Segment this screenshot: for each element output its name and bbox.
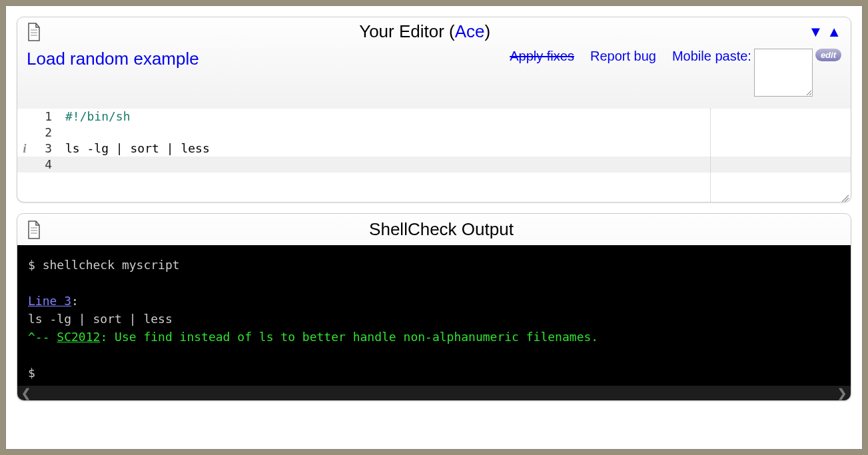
collapse-down-icon[interactable]: ▼ bbox=[808, 23, 823, 41]
line-number: 4 bbox=[32, 157, 63, 173]
code-line-empty[interactable] bbox=[17, 173, 851, 187]
triangle-controls: ▼ ▲ bbox=[808, 23, 841, 41]
resize-grip-icon[interactable] bbox=[840, 191, 849, 201]
load-example-link[interactable]: Load random example bbox=[27, 49, 199, 69]
code-text[interactable]: ls -lg | sort | less bbox=[64, 141, 851, 157]
gutter-info-icon[interactable]: i bbox=[17, 141, 32, 157]
code-line-empty[interactable] bbox=[17, 187, 851, 202]
gutter-info-icon bbox=[17, 157, 32, 173]
source-line: ls -lg | sort | less bbox=[28, 312, 173, 326]
editor-header: Your Editor (Ace) ▼ ▲ bbox=[17, 17, 851, 42]
mobile-paste: Mobile paste: edit bbox=[672, 49, 841, 97]
caret-prefix: ^-- bbox=[28, 330, 57, 344]
editor-panel: Your Editor (Ace) ▼ ▲ Load random exampl… bbox=[17, 17, 851, 203]
shell-command: $ shellcheck myscript bbox=[28, 258, 180, 272]
scroll-left-icon[interactable]: ❮ bbox=[21, 386, 31, 400]
apply-fixes-link[interactable]: Apply fixes bbox=[510, 49, 574, 64]
code-line[interactable]: 2 bbox=[17, 125, 851, 141]
line-number: 1 bbox=[32, 109, 63, 125]
code-text[interactable] bbox=[64, 157, 851, 173]
editor-subheader: Load random example Apply fixes Report b… bbox=[17, 42, 851, 109]
line-number: 3 bbox=[32, 141, 63, 157]
line-link[interactable]: Line 3 bbox=[28, 294, 71, 308]
ace-link[interactable]: Ace bbox=[455, 21, 485, 41]
code-text[interactable] bbox=[64, 125, 851, 141]
code-line[interactable]: i3ls -lg | sort | less bbox=[17, 141, 851, 157]
svg-line-5 bbox=[847, 201, 849, 202]
edit-button[interactable]: edit bbox=[815, 49, 841, 61]
mobile-paste-label: Mobile paste: bbox=[672, 49, 751, 64]
editor-title-suffix: ) bbox=[485, 21, 491, 41]
sc-code-link[interactable]: SC2012 bbox=[57, 330, 100, 344]
editor-title: Your Editor (Ace) bbox=[41, 21, 808, 42]
terminal-scrollbar[interactable]: ❮ ❯ bbox=[17, 386, 851, 400]
gutter-info-icon bbox=[17, 109, 32, 125]
output-header: ShellCheck Output bbox=[17, 214, 851, 245]
editor-title-prefix: Your Editor ( bbox=[359, 21, 455, 41]
code-text[interactable]: #!/bin/sh bbox=[64, 109, 851, 125]
page-wrapper: Your Editor (Ace) ▼ ▲ Load random exampl… bbox=[5, 5, 863, 450]
terminal-output: $ shellcheck myscript Line 3: ls -lg | s… bbox=[17, 245, 851, 386]
fold-guide bbox=[710, 109, 711, 202]
output-title: ShellCheck Output bbox=[41, 219, 841, 240]
scroll-right-icon[interactable]: ❯ bbox=[837, 386, 847, 400]
gutter-info-icon bbox=[17, 125, 32, 141]
line-colon: : bbox=[71, 294, 79, 308]
final-prompt: $ bbox=[28, 366, 35, 380]
output-panel: ShellCheck Output $ shellcheck myscript … bbox=[17, 213, 851, 401]
code-line[interactable]: 1#!/bin/sh bbox=[17, 109, 851, 125]
document-icon bbox=[27, 221, 41, 239]
line-number: 2 bbox=[32, 125, 63, 141]
document-icon bbox=[27, 23, 41, 41]
code-line[interactable]: 4 bbox=[17, 157, 851, 173]
header-links: Apply fixes Report bug Mobile paste: edi… bbox=[510, 49, 841, 97]
report-bug-link[interactable]: Report bug bbox=[590, 49, 656, 64]
sc-message: : Use find instead of ls to better handl… bbox=[100, 330, 598, 344]
code-editor[interactable]: 1#!/bin/sh2i3ls -lg | sort | less4 bbox=[17, 109, 851, 202]
collapse-up-icon[interactable]: ▲ bbox=[827, 23, 841, 41]
mobile-paste-input[interactable] bbox=[754, 49, 813, 97]
